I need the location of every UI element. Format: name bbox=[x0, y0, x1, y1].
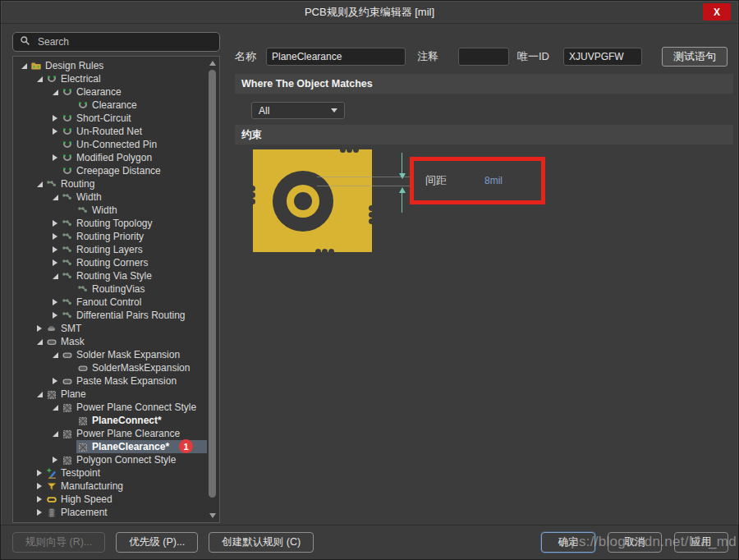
tree-item-label: Solder Mask Expansion bbox=[76, 348, 180, 361]
collapsed-arrow-icon[interactable] bbox=[49, 259, 61, 266]
tree-row[interactable]: Electrical bbox=[13, 72, 219, 85]
collapsed-arrow-icon[interactable] bbox=[34, 509, 45, 516]
tree-scrollbar[interactable] bbox=[207, 58, 218, 521]
collapsed-arrow-icon[interactable] bbox=[49, 154, 61, 161]
tree-row[interactable]: SMT bbox=[13, 322, 219, 335]
unique-id-input[interactable] bbox=[563, 48, 642, 66]
collapsed-arrow-icon[interactable] bbox=[49, 115, 61, 122]
scope-dropdown[interactable]: All bbox=[251, 102, 345, 119]
tree-row[interactable]: Placement bbox=[13, 506, 219, 519]
collapsed-arrow-icon[interactable] bbox=[49, 299, 61, 305]
search-box[interactable] bbox=[12, 32, 220, 52]
tree-item-label: Electrical bbox=[61, 72, 101, 85]
footer-right-buttons: 确定取消应用 bbox=[541, 532, 728, 553]
tree-row[interactable]: Width bbox=[13, 190, 219, 204]
dimension-line bbox=[317, 186, 411, 186]
expanded-arrow-icon[interactable] bbox=[34, 181, 45, 187]
ok-button[interactable]: 确定 bbox=[541, 532, 595, 553]
collapsed-arrow-icon[interactable] bbox=[34, 496, 45, 503]
tree-row[interactable]: High Speed bbox=[13, 493, 219, 506]
expanded-arrow-icon[interactable] bbox=[34, 76, 45, 82]
tree-row[interactable]: Creepage Distance bbox=[13, 164, 219, 177]
expanded-arrow-icon[interactable] bbox=[49, 431, 61, 437]
tree-row[interactable]: Differential Pairs Routing bbox=[13, 309, 219, 322]
tree-row[interactable]: Routing Via Style bbox=[13, 269, 219, 282]
scrollbar-thumb[interactable] bbox=[209, 70, 216, 498]
search-icon bbox=[20, 34, 30, 49]
tree-row[interactable]: Routing bbox=[13, 177, 219, 190]
close-button[interactable]: X bbox=[703, 3, 731, 21]
tree-row[interactable]: Mask bbox=[13, 335, 219, 348]
cancel-button[interactable]: 取消 bbox=[608, 532, 662, 553]
tree-item-label: Width bbox=[92, 204, 117, 217]
tree-row[interactable]: Design Rules bbox=[13, 59, 219, 72]
clearance-value[interactable]: 8mil bbox=[484, 175, 503, 186]
tree-row[interactable]: Modified Polygon bbox=[13, 151, 219, 164]
tree-row[interactable]: SolderMaskExpansion bbox=[13, 361, 219, 374]
expanded-arrow-icon[interactable] bbox=[18, 63, 30, 69]
comment-input[interactable] bbox=[458, 48, 509, 66]
tree-row[interactable]: Paste Mask Expansion bbox=[13, 374, 219, 388]
electrical-icon bbox=[61, 86, 73, 98]
create-default-rules-button[interactable]: 创建默认规则 (C) bbox=[209, 532, 314, 553]
plane-notch bbox=[369, 218, 374, 224]
tree-row[interactable]: Routing Priority bbox=[13, 230, 219, 243]
collapsed-arrow-icon[interactable] bbox=[49, 312, 61, 319]
scrollbar-down-arrow-icon[interactable] bbox=[209, 513, 216, 518]
expanded-arrow-icon[interactable] bbox=[34, 339, 45, 345]
collapsed-arrow-icon[interactable] bbox=[49, 233, 61, 240]
collapsed-arrow-icon[interactable] bbox=[34, 325, 45, 332]
tree-row[interactable]: Plane bbox=[13, 388, 219, 401]
tree-row[interactable]: Un-Connected Pin bbox=[13, 138, 219, 151]
tree-row[interactable]: PlaneConnect* bbox=[13, 414, 219, 427]
tree-row[interactable]: Short-Circuit bbox=[13, 112, 219, 125]
tree-row[interactable]: Polygon Connect Style bbox=[13, 453, 219, 466]
search-input[interactable] bbox=[36, 35, 213, 48]
expanded-arrow-icon[interactable] bbox=[49, 90, 61, 95]
mask-icon bbox=[61, 375, 73, 387]
expanded-arrow-icon[interactable] bbox=[34, 392, 45, 397]
close-icon: X bbox=[714, 7, 720, 18]
collapsed-arrow-icon[interactable] bbox=[49, 246, 61, 253]
highspeed-icon bbox=[45, 493, 57, 505]
pcb-rules-dialog: PCB规则及约束编辑器 [mil] X Design Rules Electri… bbox=[0, 0, 739, 560]
collapsed-arrow-icon[interactable] bbox=[49, 378, 61, 384]
tree-row[interactable]: Manufacturing bbox=[13, 480, 219, 493]
collapsed-arrow-icon[interactable] bbox=[49, 457, 61, 463]
tree-row[interactable]: Clearance bbox=[13, 99, 219, 112]
plane-notch bbox=[250, 186, 255, 191]
tree-row[interactable]: Clearance bbox=[13, 85, 219, 99]
priorities-button[interactable]: 优先级 (P)... bbox=[116, 532, 198, 553]
apply-button[interactable]: 应用 bbox=[674, 532, 728, 553]
collapsed-arrow-icon[interactable] bbox=[34, 483, 45, 489]
expanded-arrow-icon[interactable] bbox=[49, 405, 61, 411]
tree-row[interactable]: Routing Layers bbox=[13, 243, 219, 256]
electrical-icon bbox=[61, 126, 73, 137]
rule-fields-row: 名称 注释 唯一ID 测试语句 bbox=[235, 47, 733, 67]
tree-item-label: Power Plane Connect Style bbox=[76, 401, 196, 414]
expanded-arrow-icon[interactable] bbox=[49, 195, 61, 200]
tree-row[interactable]: RoutingVias bbox=[13, 282, 219, 296]
test-queries-button[interactable]: 测试语句 bbox=[662, 47, 728, 67]
scrollbar-up-arrow-icon[interactable] bbox=[209, 61, 216, 66]
plane-notch bbox=[322, 249, 328, 255]
collapsed-arrow-icon[interactable] bbox=[49, 128, 61, 135]
collapsed-arrow-icon[interactable] bbox=[49, 220, 61, 227]
tree-row[interactable]: Testpoint bbox=[13, 466, 219, 480]
collapsed-arrow-icon[interactable] bbox=[34, 470, 45, 476]
tree-row-selected[interactable]: PlaneClearance* 1 bbox=[13, 440, 219, 453]
tree-row[interactable]: Power Plane Connect Style bbox=[13, 401, 219, 414]
name-input[interactable] bbox=[266, 48, 406, 66]
plane-notch bbox=[328, 249, 334, 255]
tree-row[interactable]: Solder Mask Expansion bbox=[13, 348, 219, 361]
tree-row[interactable]: Un-Routed Net bbox=[13, 125, 219, 138]
expanded-arrow-icon[interactable] bbox=[49, 352, 61, 358]
plane-notch bbox=[315, 249, 321, 255]
routing-icon bbox=[76, 283, 89, 295]
tree-row[interactable]: Fanout Control bbox=[13, 296, 219, 309]
tree-row[interactable]: Routing Topology bbox=[13, 217, 219, 230]
tree-row[interactable]: Power Plane Clearance bbox=[13, 427, 219, 440]
tree-row[interactable]: Routing Corners bbox=[13, 256, 219, 269]
tree-row[interactable]: Width bbox=[13, 204, 219, 217]
expanded-arrow-icon[interactable] bbox=[49, 273, 61, 279]
